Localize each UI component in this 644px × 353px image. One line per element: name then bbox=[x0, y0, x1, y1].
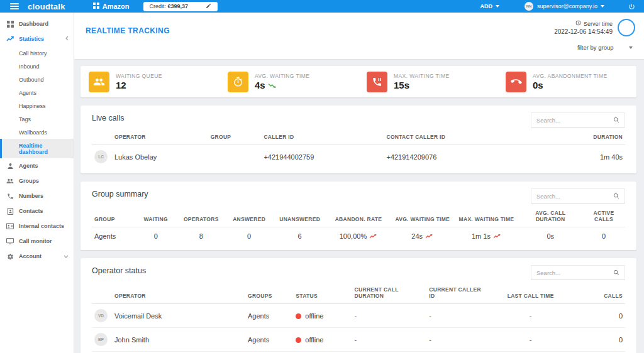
col-operators[interactable]: OPERATORS bbox=[177, 205, 225, 227]
monitor-icon bbox=[6, 237, 14, 245]
credit-pill[interactable]: Credit: €399,37 bbox=[143, 2, 218, 11]
search-input[interactable] bbox=[536, 117, 613, 124]
col-unanswered[interactable]: UNANSWERED bbox=[273, 205, 326, 227]
sidebar-item-wallboards[interactable]: Wallboards bbox=[0, 126, 74, 139]
sidebar-item-inbound[interactable]: Inbound bbox=[0, 60, 74, 73]
sidebar-item-call-monitor[interactable]: Call monitor bbox=[0, 234, 74, 249]
sidebar-item-internal-contacts[interactable]: Internal contacts bbox=[0, 219, 74, 234]
col-avg-call-duration[interactable]: AVG. CALL DURATION bbox=[518, 205, 582, 227]
col-current-call-duration[interactable]: CURRENT CALL DURATION bbox=[352, 281, 427, 304]
col-contact-caller-id[interactable]: CONTACT CALLER ID bbox=[384, 129, 522, 145]
status-dot bbox=[296, 337, 301, 343]
chevron-down-icon bbox=[496, 5, 499, 8]
live-calls-card: Live calls OPERATOR GROUP CALLER ID CONT… bbox=[80, 106, 636, 173]
trend-up-icon bbox=[425, 232, 433, 240]
group-summary-search[interactable] bbox=[531, 188, 625, 204]
sidebar-label: Realtime dashboard bbox=[19, 143, 69, 155]
operator-status-search[interactable] bbox=[531, 265, 625, 280]
sidebar-label: Tags bbox=[19, 116, 31, 122]
sidebar-label: Outbound bbox=[19, 77, 44, 83]
col-group[interactable]: GROUP bbox=[92, 205, 135, 227]
chevron-down-icon bbox=[64, 254, 69, 259]
topbar: cloudtalk Amazon Credit: €399,37 ADD NN bbox=[0, 0, 644, 13]
sidebar-item-happiness[interactable]: Happiness bbox=[0, 99, 74, 112]
sidebar-item-tags[interactable]: Tags bbox=[0, 112, 74, 126]
sidebar-item-call-history[interactable]: Call history bbox=[0, 46, 74, 60]
workspace-label: Amazon bbox=[103, 3, 130, 10]
sidebar-item-agents-stats[interactable]: Agents bbox=[0, 86, 74, 99]
grid-icon bbox=[93, 3, 99, 10]
contacts-icon bbox=[6, 207, 14, 215]
refresh-timer-ring[interactable] bbox=[618, 19, 635, 36]
kpi-value: 4s bbox=[255, 80, 309, 90]
agent-icon bbox=[6, 162, 14, 170]
col-group[interactable]: GROUP bbox=[208, 129, 262, 145]
main-area: REALTIME TRACKING Server time 2022-12-06… bbox=[74, 13, 644, 353]
sidebar-label: Agents bbox=[19, 163, 38, 169]
col-max-waiting-time[interactable]: MAX. WAITING TIME bbox=[455, 205, 519, 227]
search-icon[interactable] bbox=[613, 190, 619, 202]
col-calls[interactable]: CALLS bbox=[576, 281, 625, 304]
sidebar-item-outbound[interactable]: Outbound bbox=[0, 73, 74, 86]
sidebar-item-account[interactable]: Account bbox=[0, 249, 74, 264]
sidebar-item-groups[interactable]: Groups bbox=[0, 173, 74, 188]
col-last-call-time[interactable]: LAST CALL TIME bbox=[486, 281, 576, 304]
col-status[interactable]: STATUS bbox=[293, 281, 352, 304]
status-badge: offline bbox=[305, 312, 323, 320]
dashboard-icon bbox=[6, 20, 14, 28]
col-active-calls[interactable]: ACTIVE CALLS bbox=[582, 205, 625, 227]
col-waiting[interactable]: WAITING bbox=[135, 205, 177, 227]
chevron-down-icon bbox=[629, 46, 633, 49]
trend-up-icon bbox=[493, 232, 501, 240]
kpi-label: AVG. ABANDONMENT TIME bbox=[533, 73, 607, 79]
sidebar-item-realtime-dashboard[interactable]: Realtime dashboard bbox=[0, 139, 74, 158]
live-calls-search[interactable] bbox=[531, 112, 625, 128]
search-input[interactable] bbox=[536, 269, 613, 276]
edit-pencil-icon[interactable] bbox=[206, 3, 211, 10]
col-abandon-rate[interactable]: ABANDON. RATE bbox=[326, 205, 391, 227]
table-row[interactable]: BP John Smith Agents offline - - - 0 bbox=[92, 328, 625, 352]
search-icon[interactable] bbox=[613, 114, 619, 126]
sidebar-item-statistics[interactable]: Statistics bbox=[0, 31, 74, 46]
table-row[interactable]: VD Voicemail Desk Agents offline - - - 0 bbox=[92, 304, 625, 328]
col-answered[interactable]: ANSWERED bbox=[225, 205, 273, 227]
phone-missed-icon bbox=[506, 72, 526, 92]
sidebar-label: Dashboard bbox=[19, 21, 48, 27]
search-icon[interactable] bbox=[613, 267, 619, 278]
trend-down-icon bbox=[268, 80, 277, 90]
add-dropdown[interactable]: ADD bbox=[480, 3, 499, 9]
operator-status-table: OPERATOR GROUPS STATUS CURRENT CALL DURA… bbox=[92, 281, 625, 353]
user-menu[interactable]: supervisor@company.io bbox=[537, 3, 604, 9]
sidebar-label: Contacts bbox=[19, 208, 43, 214]
add-label: ADD bbox=[480, 3, 492, 9]
table-row[interactable]: Agents 0 8 0 6 100,00% 24s 1m 1s 0s 0 bbox=[92, 227, 625, 246]
filter-by-group-select[interactable]: filter by group bbox=[575, 42, 635, 53]
chevron-down-icon bbox=[601, 5, 604, 8]
sidebar-label: Inbound bbox=[19, 63, 40, 70]
sidebar-item-dashboard[interactable]: Dashboard bbox=[0, 16, 74, 31]
operator-status-card: Operator status OPERATOR GROUPS STATUS C… bbox=[80, 258, 636, 353]
menu-icon[interactable] bbox=[10, 3, 19, 9]
user-avatar[interactable]: NN bbox=[525, 2, 533, 11]
kpi-bar: WAITING QUEUE 12 AVG. WAITING TIME 4s bbox=[80, 66, 636, 97]
sidebar-item-contacts[interactable]: Contacts bbox=[0, 204, 74, 219]
col-current-caller-id[interactable]: CURRENT CALLER ID bbox=[426, 281, 485, 304]
col-caller-id[interactable]: CALLER ID bbox=[261, 129, 384, 145]
credit-value: €399,37 bbox=[168, 3, 189, 9]
col-operator[interactable]: OPERATOR bbox=[112, 129, 208, 145]
col-operator[interactable]: OPERATOR bbox=[112, 281, 245, 304]
search-input[interactable] bbox=[536, 193, 613, 200]
col-duration[interactable]: DURATION bbox=[523, 129, 625, 145]
table-row[interactable]: LC Lukas Obelay +421944002759 +421914209… bbox=[92, 145, 625, 169]
server-time-value: 2022-12-06 14:54:49 bbox=[554, 28, 613, 35]
workspace-button[interactable]: Amazon bbox=[93, 3, 130, 10]
col-groups[interactable]: GROUPS bbox=[245, 281, 293, 304]
group-summary-table: GROUP WAITING OPERATORS ANSWERED UNANSWE… bbox=[92, 205, 625, 245]
col-avg-waiting-time[interactable]: AVG. WAITING TIME bbox=[391, 205, 455, 227]
sidebar-item-numbers[interactable]: Numbers bbox=[0, 188, 74, 204]
kpi-label: AVG. WAITING TIME bbox=[255, 73, 309, 79]
app-logo[interactable]: cloudtalk bbox=[28, 2, 65, 11]
logout-power-icon[interactable] bbox=[628, 3, 635, 10]
cloudtalk-app: cloudtalk Amazon Credit: €399,37 ADD NN bbox=[0, 0, 644, 353]
sidebar-item-agents[interactable]: Agents bbox=[0, 158, 74, 173]
